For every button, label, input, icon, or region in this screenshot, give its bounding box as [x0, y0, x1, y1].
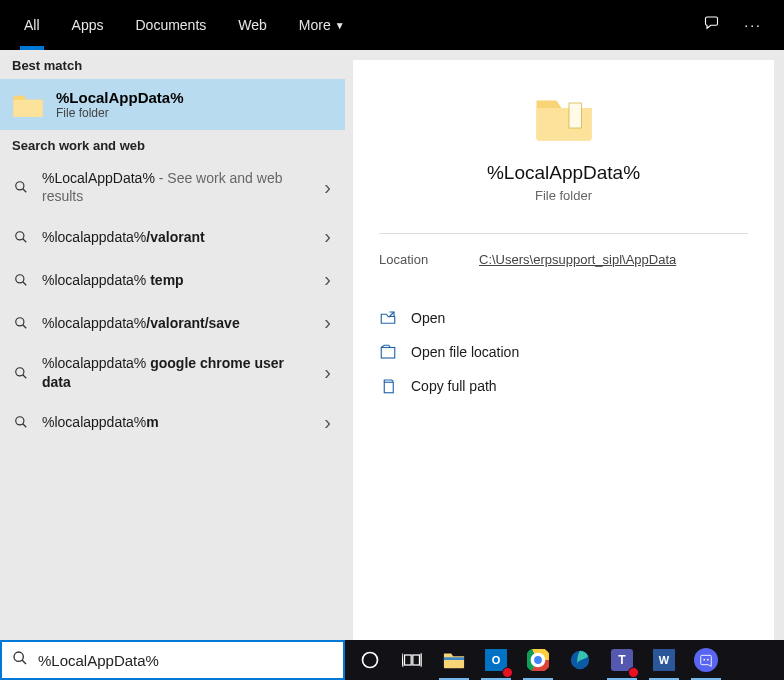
location-label: Location [379, 252, 479, 267]
svg-line-3 [23, 239, 27, 243]
chevron-right-icon: › [324, 311, 331, 334]
result-text: %localappdata% google chrome user data [42, 354, 310, 390]
tab-web-label: Web [238, 17, 267, 33]
action-copy-path[interactable]: Copy full path [379, 369, 748, 403]
result-prefix: %localappdata% [42, 272, 150, 288]
result-suffix: m [146, 414, 158, 430]
location-link[interactable]: C:\Users\erpsupport_sipl\AppData [479, 252, 676, 267]
search-icon [14, 273, 28, 287]
action-copy-path-label: Copy full path [411, 378, 497, 394]
svg-line-20 [402, 653, 403, 666]
action-open-location-label: Open file location [411, 344, 519, 360]
taskbar-word-icon[interactable]: W [645, 640, 683, 680]
result-prefix: %localappdata% [42, 414, 146, 430]
feedback-icon[interactable] [704, 14, 722, 36]
chevron-right-icon: › [324, 225, 331, 248]
tab-more[interactable]: More▼ [283, 0, 361, 50]
search-result-item[interactable]: %localappdata%m› [0, 401, 345, 444]
detail-subtitle: File folder [379, 188, 748, 203]
search-input[interactable] [38, 652, 333, 669]
best-match-title: %LocalAppData% [56, 89, 184, 106]
taskbar-explorer-icon[interactable] [435, 640, 473, 680]
svg-rect-13 [381, 348, 395, 359]
result-text: %localappdata%m [42, 413, 310, 431]
search-icon [14, 415, 28, 429]
taskbar-discord-icon[interactable] [687, 640, 725, 680]
tab-web[interactable]: Web [222, 0, 283, 50]
search-icon [14, 180, 28, 194]
svg-point-8 [16, 367, 24, 375]
search-tabs-bar: All Apps Documents Web More▼ ··· [0, 0, 784, 50]
svg-point-2 [16, 232, 24, 240]
search-result-item[interactable]: %localappdata% temp› [0, 258, 345, 301]
best-match-item[interactable]: %LocalAppData% File folder [0, 79, 345, 130]
more-options-icon[interactable]: ··· [744, 17, 762, 33]
chevron-down-icon: ▼ [335, 20, 345, 31]
folder-icon [12, 91, 44, 119]
result-suffix: /valorant [146, 229, 204, 245]
search-icon [12, 650, 28, 670]
best-match-text: %LocalAppData% File folder [56, 89, 184, 120]
copy-icon [379, 377, 397, 395]
action-open-location[interactable]: Open file location [379, 335, 748, 369]
chevron-right-icon: › [324, 411, 331, 434]
svg-point-0 [16, 182, 24, 190]
svg-point-10 [16, 417, 24, 425]
taskbar-cortana-icon[interactable] [351, 640, 389, 680]
result-text: %LocalAppData% - See work and web result… [42, 169, 310, 205]
detail-title: %LocalAppData% [379, 162, 748, 184]
search-result-item[interactable]: %LocalAppData% - See work and web result… [0, 159, 345, 215]
search-box[interactable] [0, 640, 345, 680]
tab-all-label: All [24, 17, 40, 33]
result-suffix: /valorant/save [146, 315, 239, 331]
notification-badge [628, 667, 639, 678]
divider [379, 233, 748, 234]
tab-apps-label: Apps [72, 17, 104, 33]
taskbar-teams-icon[interactable]: T [603, 640, 641, 680]
svg-line-5 [23, 282, 27, 286]
bottom-row: O T W [0, 640, 784, 680]
tab-documents[interactable]: Documents [119, 0, 222, 50]
svg-line-1 [23, 189, 27, 193]
svg-line-9 [23, 374, 27, 378]
tab-apps[interactable]: Apps [56, 0, 120, 50]
tab-documents-label: Documents [135, 17, 206, 33]
taskbar-edge-icon[interactable] [561, 640, 599, 680]
taskbar-chrome-icon[interactable] [519, 640, 557, 680]
section-best-match: Best match [0, 50, 345, 79]
result-suffix: temp [150, 272, 183, 288]
main-area: Best match %LocalAppData% File folder Se… [0, 50, 784, 640]
detail-header: %LocalAppData% File folder [379, 92, 748, 203]
svg-point-6 [16, 318, 24, 326]
svg-line-11 [23, 424, 27, 428]
action-open-label: Open [411, 310, 445, 326]
svg-line-7 [23, 325, 27, 329]
detail-location-row: Location C:\Users\erpsupport_sipl\AppDat… [379, 252, 748, 267]
search-result-item[interactable]: %localappdata% google chrome user data› [0, 344, 345, 400]
results-list: %LocalAppData% - See work and web result… [0, 159, 345, 444]
detail-card: %LocalAppData% File folder Location C:\U… [353, 60, 774, 640]
taskbar-outlook-icon[interactable]: O [477, 640, 515, 680]
open-icon [379, 309, 397, 327]
search-result-item[interactable]: %localappdata%/valorant/save› [0, 301, 345, 344]
tab-all[interactable]: All [8, 0, 56, 50]
results-pane: Best match %LocalAppData% File folder Se… [0, 50, 345, 640]
taskbar-taskview-icon[interactable] [393, 640, 431, 680]
tabs-container: All Apps Documents Web More▼ [8, 0, 361, 50]
action-open[interactable]: Open [379, 301, 748, 335]
result-prefix: %localappdata% [42, 355, 150, 371]
section-search-work-web: Search work and web [0, 130, 345, 159]
search-icon [14, 366, 28, 380]
best-match-subtitle: File folder [56, 106, 184, 120]
search-icon [14, 316, 28, 330]
chevron-right-icon: › [324, 361, 331, 384]
search-icon [14, 230, 28, 244]
chevron-right-icon: › [324, 268, 331, 291]
actions-list: Open Open file location Copy full path [379, 301, 748, 403]
result-text: %localappdata%/valorant [42, 228, 310, 246]
notification-badge [502, 667, 513, 678]
svg-line-16 [22, 660, 26, 664]
result-text: %localappdata% temp [42, 271, 310, 289]
result-prefix: %localappdata% [42, 315, 146, 331]
search-result-item[interactable]: %localappdata%/valorant› [0, 215, 345, 258]
